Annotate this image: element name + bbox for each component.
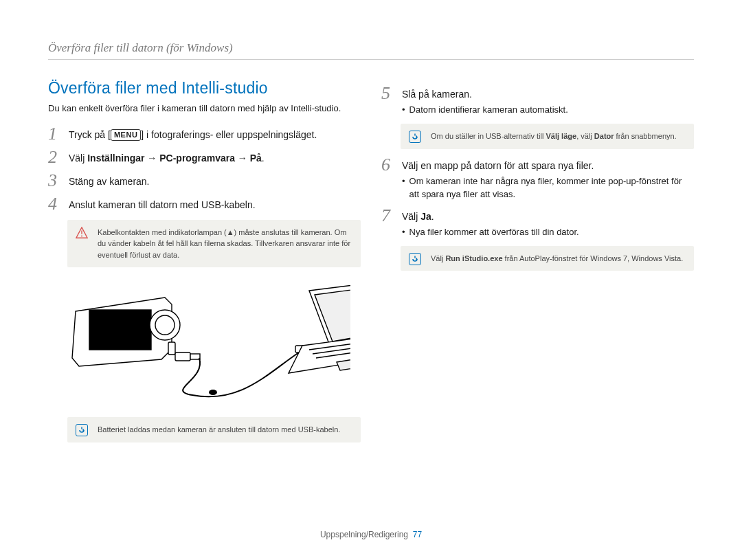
info-icon — [409, 131, 421, 143]
info-icon — [409, 253, 421, 265]
step-text-prefix: Välj — [402, 211, 420, 222]
warning-icon — [76, 227, 88, 239]
step-text-suffix: . — [431, 211, 434, 222]
svg-line-25 — [416, 137, 418, 138]
step-number: 5 — [381, 85, 395, 102]
step-body: Anslut kameran till datorn med USB-kabel… — [69, 195, 256, 212]
info-text: Om du ställer in USB-alternativ till Väl… — [431, 132, 677, 140]
info-note-battery: Batteriet laddas medan kameran är anslut… — [67, 417, 361, 443]
warning-text: Kabelkontakten med indikatorlampan (▲) m… — [98, 228, 350, 259]
bullet-text: Datorn identifierar kameran automatiskt. — [409, 104, 568, 117]
step-body: Stäng av kameran. — [69, 172, 150, 188]
step-2: 2 Välj Inställningar → PC-programvara → … — [48, 148, 361, 166]
step-5: 5 Slå på kameran. Datorn identifierar ka… — [381, 85, 694, 117]
note-bold: Välj läge — [546, 132, 577, 140]
left-column: Överföra filer med Intelli-studio Du kan… — [48, 79, 361, 449]
step-bullet: Nya filer kommer att överföras till din … — [402, 226, 579, 239]
svg-rect-3 — [89, 310, 151, 350]
step-text-bold: Inställningar → PC-programvara → På — [87, 153, 262, 164]
page-number: 77 — [413, 530, 422, 539]
bullet-text: Om kameran inte har några nya filer, kom… — [409, 175, 694, 201]
step-text-prefix: Välj — [69, 153, 87, 164]
note-bold: Run iStudio.exe — [445, 254, 502, 262]
note-prefix: Om du ställer in USB-alternativ till — [431, 132, 546, 140]
note-prefix: Välj — [431, 254, 445, 262]
step-text-prefix: Tryck på [ — [69, 129, 111, 140]
info-text: Batteriet laddas medan kameran är anslut… — [98, 425, 340, 434]
step-number: 1 — [48, 125, 62, 143]
svg-point-2 — [81, 235, 82, 236]
camera-laptop-illustration — [62, 277, 350, 407]
step-6: 6 Välj en mapp på datorn för att spara n… — [381, 156, 694, 201]
step-number: 7 — [381, 207, 395, 225]
step-bullet: Om kameran inte har några nya filer, kom… — [402, 175, 694, 201]
svg-rect-6 — [168, 342, 175, 355]
step-text-bold: Ja — [420, 211, 431, 222]
step-text-suffix: . — [262, 153, 265, 164]
warning-note: Kabelkontakten med indikatorlampan (▲) m… — [67, 220, 361, 268]
step-number: 3 — [48, 172, 62, 190]
step-1: 1 Tryck på [MENU] i fotograferings- elle… — [48, 125, 361, 143]
menu-button-label: MENU — [111, 129, 141, 142]
page-header: Överföra filer till datorn (för Windows) — [48, 41, 694, 60]
info-note-usb: Om du ställer in USB-alternativ till Väl… — [401, 124, 694, 149]
step-body: Välj en mapp på datorn för att spara nya… — [402, 156, 694, 201]
step-text: Slå på kameran. — [402, 89, 472, 100]
note-mid: , välj — [576, 132, 594, 140]
svg-line-22 — [83, 430, 85, 432]
right-column: 5 Slå på kameran. Datorn identifierar ka… — [381, 79, 694, 449]
step-4: 4 Anslut kameran till datorn med USB-kab… — [48, 195, 361, 213]
step-3: 3 Stäng av kameran. — [48, 172, 361, 190]
step-body: Välj Ja. Nya filer kommer att överföras … — [402, 207, 579, 239]
svg-point-5 — [155, 315, 175, 335]
info-note-autoplay: Välj Run iStudio.exe från AutoPlay-fönst… — [401, 246, 694, 271]
svg-line-28 — [416, 259, 418, 260]
svg-point-9 — [209, 390, 217, 395]
info-text: Välj Run iStudio.exe från AutoPlay-fönst… — [431, 254, 683, 262]
step-body: Välj Inställningar → PC-programvara → På… — [69, 148, 265, 165]
step-text: Välj en mapp på datorn för att spara nya… — [402, 160, 594, 171]
content-columns: Överföra filer med Intelli-studio Du kan… — [48, 79, 694, 449]
svg-rect-8 — [190, 354, 200, 359]
step-body: Slå på kameran. Datorn identifierar kame… — [402, 85, 568, 117]
svg-rect-7 — [175, 352, 190, 361]
note-bold: Dator — [594, 132, 614, 140]
note-suffix: från snabbmenyn. — [614, 132, 677, 140]
step-text-suffix: ] i fotograferings- eller uppspelningslä… — [141, 129, 317, 140]
bullet-text: Nya filer kommer att överföras till din … — [409, 226, 579, 239]
section-heading: Överföra filer med Intelli-studio — [48, 79, 361, 98]
step-body: Tryck på [MENU] i fotograferings- eller … — [69, 125, 317, 142]
step-7: 7 Välj Ja. Nya filer kommer att överföra… — [381, 207, 694, 239]
intro-text: Du kan enkelt överföra filer i kameran t… — [48, 102, 361, 115]
step-number: 4 — [48, 195, 62, 213]
footer-section: Uppspelning/Redigering — [320, 530, 408, 539]
step-number: 6 — [381, 156, 395, 174]
step-bullet: Datorn identifierar kameran automatiskt. — [402, 104, 568, 117]
note-suffix: från AutoPlay-fönstret för Windows 7, Wi… — [503, 254, 684, 262]
page-footer: Uppspelning/Redigering 77 — [0, 530, 742, 539]
step-number: 2 — [48, 148, 62, 166]
info-icon — [76, 424, 88, 436]
